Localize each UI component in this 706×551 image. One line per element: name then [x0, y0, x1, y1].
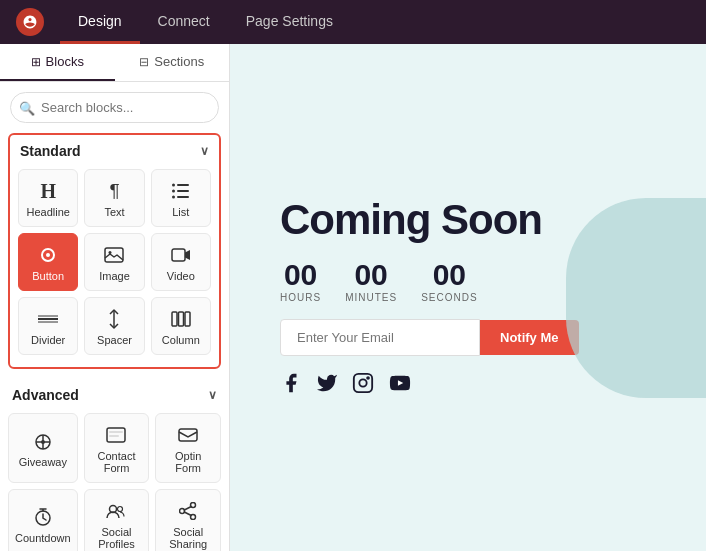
- block-optin-form[interactable]: Optin Form: [155, 413, 221, 483]
- divider-label: Divider: [31, 334, 65, 346]
- svg-point-31: [359, 379, 366, 386]
- svg-rect-23: [179, 429, 197, 441]
- column-label: Column: [162, 334, 200, 346]
- block-countdown[interactable]: Countdown: [8, 489, 78, 551]
- main-layout: ⊞ Blocks ⊟ Sections 🔍 Standard ∨: [0, 44, 706, 551]
- svg-rect-30: [354, 374, 372, 392]
- svg-rect-21: [109, 431, 123, 433]
- minutes-label: MINUTES: [345, 292, 397, 303]
- standard-chevron-icon[interactable]: ∨: [200, 144, 209, 158]
- instagram-icon[interactable]: [352, 372, 374, 399]
- standard-blocks-grid: H Headline ¶ Text List: [10, 165, 219, 361]
- nav-tab-design[interactable]: Design: [60, 1, 140, 44]
- twitter-icon[interactable]: [316, 372, 338, 399]
- coming-soon-title: Coming Soon: [280, 196, 579, 244]
- svg-point-28: [180, 509, 185, 514]
- countdown-seconds: 00 SECONDS: [421, 260, 477, 303]
- search-container: 🔍: [0, 82, 229, 133]
- countdown-hours: 00 HOURS: [280, 260, 321, 303]
- advanced-label: Advanced: [12, 387, 79, 403]
- block-headline[interactable]: H Headline: [18, 169, 78, 227]
- email-input[interactable]: [280, 319, 480, 356]
- svg-rect-22: [109, 435, 119, 437]
- nav-tab-connect[interactable]: Connect: [140, 1, 228, 44]
- button-icon: [38, 244, 58, 266]
- optin-form-icon: [178, 424, 198, 446]
- contact-form-label: Contact Form: [91, 450, 143, 474]
- tab-sections[interactable]: ⊟ Sections: [115, 44, 230, 81]
- svg-rect-15: [172, 312, 177, 326]
- countdown-icon: [34, 506, 52, 528]
- sections-tab-label: Sections: [154, 54, 204, 69]
- list-label: List: [172, 206, 189, 218]
- minutes-number: 00: [354, 260, 387, 290]
- headline-label: Headline: [26, 206, 69, 218]
- optin-form-label: Optin Form: [162, 450, 214, 474]
- standard-label: Standard: [20, 143, 81, 159]
- search-wrapper: 🔍: [10, 92, 219, 123]
- block-button[interactable]: Button: [18, 233, 78, 291]
- svg-rect-10: [172, 249, 185, 261]
- social-sharing-icon: [179, 500, 197, 522]
- text-label: Text: [104, 206, 124, 218]
- decorative-shape: [566, 198, 706, 398]
- block-contact-form[interactable]: Contact Form: [84, 413, 150, 483]
- nav-tabs: Design Connect Page Settings: [60, 1, 351, 44]
- svg-point-4: [172, 190, 175, 193]
- hours-number: 00: [284, 260, 317, 290]
- tab-blocks[interactable]: ⊞ Blocks: [0, 44, 115, 81]
- advanced-section: Advanced ∨ Giveaway Contact Form: [0, 379, 229, 551]
- blocks-tab-icon: ⊞: [31, 55, 41, 69]
- block-video[interactable]: Video: [151, 233, 211, 291]
- countdown-label: Countdown: [15, 532, 71, 544]
- standard-section-header: Standard ∨: [10, 135, 219, 165]
- countdown-row: 00 HOURS 00 MINUTES 00 SECONDS: [280, 260, 579, 303]
- giveaway-icon: [33, 430, 53, 452]
- svg-point-32: [367, 377, 369, 379]
- svg-point-5: [172, 196, 175, 199]
- list-icon: [172, 180, 190, 202]
- facebook-icon[interactable]: [280, 372, 302, 399]
- block-image[interactable]: Image: [84, 233, 144, 291]
- video-label: Video: [167, 270, 195, 282]
- spacer-label: Spacer: [97, 334, 132, 346]
- block-social-sharing[interactable]: Social Sharing: [155, 489, 221, 551]
- standard-section: Standard ∨ H Headline ¶ Text: [8, 133, 221, 369]
- block-spacer[interactable]: Spacer: [84, 297, 144, 355]
- block-social-profiles[interactable]: Social Profiles: [84, 489, 150, 551]
- social-profiles-label: Social Profiles: [91, 526, 143, 550]
- svg-rect-1: [177, 190, 189, 192]
- top-nav: Design Connect Page Settings: [0, 0, 706, 44]
- search-icon: 🔍: [19, 100, 35, 115]
- app-logo: [16, 8, 44, 36]
- hours-label: HOURS: [280, 292, 321, 303]
- sidebar: ⊞ Blocks ⊟ Sections 🔍 Standard ∨: [0, 44, 230, 551]
- social-sharing-label: Social Sharing: [162, 526, 214, 550]
- svg-point-7: [46, 253, 50, 257]
- youtube-icon[interactable]: [388, 372, 412, 399]
- block-divider[interactable]: Divider: [18, 297, 78, 355]
- advanced-section-header: Advanced ∨: [0, 379, 229, 409]
- notify-button[interactable]: Notify Me: [480, 320, 579, 355]
- svg-point-19: [41, 440, 45, 444]
- button-label: Button: [32, 270, 64, 282]
- video-icon: [171, 244, 191, 266]
- column-icon: [171, 308, 191, 330]
- advanced-chevron-icon[interactable]: ∨: [208, 388, 217, 402]
- svg-point-26: [118, 507, 123, 512]
- svg-rect-17: [185, 312, 190, 326]
- block-column[interactable]: Column: [151, 297, 211, 355]
- block-list[interactable]: List: [151, 169, 211, 227]
- block-text[interactable]: ¶ Text: [84, 169, 144, 227]
- sections-tab-icon: ⊟: [139, 55, 149, 69]
- search-input[interactable]: [10, 92, 219, 123]
- contact-form-icon: [106, 424, 126, 446]
- nav-tab-page-settings[interactable]: Page Settings: [228, 1, 351, 44]
- svg-rect-0: [177, 184, 189, 186]
- email-row: Notify Me: [280, 319, 579, 356]
- seconds-number: 00: [433, 260, 466, 290]
- image-icon: [104, 244, 124, 266]
- svg-rect-2: [177, 196, 189, 198]
- coming-soon-content: Coming Soon 00 HOURS 00 MINUTES 00 SECON…: [280, 196, 579, 399]
- block-giveaway[interactable]: Giveaway: [8, 413, 78, 483]
